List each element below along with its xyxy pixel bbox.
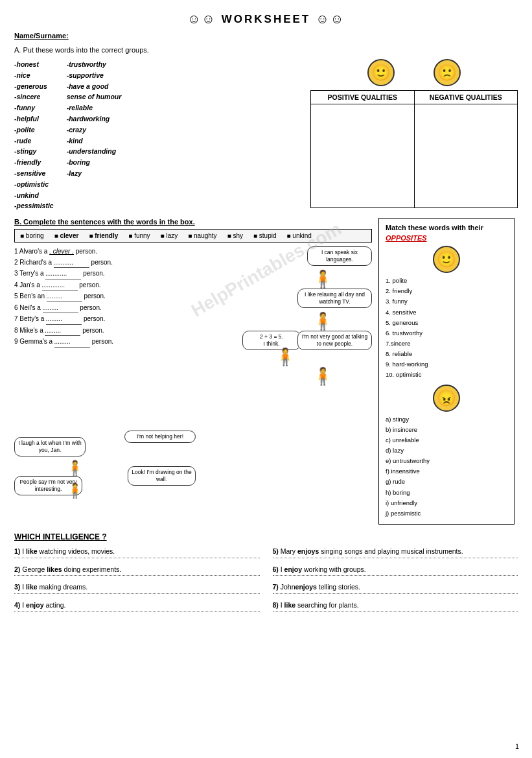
speech-bubble-8: Look! I'm drawing on the wall. xyxy=(128,466,196,486)
sentence-item: 1 Alvaro's a . clever . person. xyxy=(14,246,232,257)
word-item: -honest xyxy=(14,59,54,70)
match-right-answers: a) stingy b) insincere c) unreliable d) … xyxy=(386,414,507,519)
match-word: 1. polite xyxy=(386,276,507,286)
match-smiley: 🙂 xyxy=(433,246,460,273)
word-item: -polite xyxy=(14,124,54,136)
word-item: -unkind xyxy=(14,190,54,201)
word-box-item: ■ funny xyxy=(128,232,150,239)
word-box-item: ■ shy xyxy=(227,232,243,239)
match-word: 2. friendly xyxy=(386,286,507,296)
word-item: -boring xyxy=(67,157,122,168)
intel-item-8: 8) I like searching for plants. xyxy=(273,600,518,615)
intel-item-7: 7) Johnenjoys telling stories. xyxy=(273,582,518,597)
speech-bubble-4: I'm not very good at talking to new peop… xyxy=(297,331,372,350)
match-box-title: Match these words with their xyxy=(386,224,507,231)
word-item: -helpful xyxy=(14,113,54,124)
intel-num: 8) xyxy=(273,601,279,609)
positive-smiley-face: 🙂 xyxy=(367,59,395,86)
speech-bubble-5: I laugh a lot when I'm with you, Jan. xyxy=(14,437,86,456)
word-item: -funny xyxy=(14,102,54,113)
match-opposites-panel: Match these words with their OPPOSITES 🙂… xyxy=(378,218,518,525)
intel-num: 5) xyxy=(273,547,279,555)
sentence-item: 8 Mike's a ......... person. xyxy=(14,326,232,337)
word-box-item: ■ clever xyxy=(54,232,79,239)
match-left-words: 1. polite 2. friendly 3. funny 4. sensit… xyxy=(386,276,507,380)
word-item: -supportive xyxy=(67,70,122,81)
match-box: Match these words with their OPPOSITES 🙂… xyxy=(378,218,515,525)
intel-text: I like searching for plants. xyxy=(281,601,359,609)
match-word: 4. sensitive xyxy=(386,307,507,318)
match-word: 9. hard-working xyxy=(386,359,507,370)
intel-item-3: 3) I like making dreams. xyxy=(14,582,260,597)
intel-num: 1) xyxy=(14,547,20,555)
word-box-item: ■ boring xyxy=(20,232,44,239)
word-item: -lazy xyxy=(67,168,122,179)
intel-num: 4) xyxy=(14,601,20,609)
negative-frowny-face: 🙁 xyxy=(434,59,461,86)
name-label: Name/Surname: xyxy=(14,32,518,40)
intel-num: 3) xyxy=(14,583,20,591)
figure-3: 🧍 xyxy=(275,347,295,367)
word-item: -stingy xyxy=(14,146,54,157)
word-item: -crazy xyxy=(67,124,122,136)
sentence-item: 7 Betty's a ......... person. xyxy=(14,314,232,325)
word-item: -hardworking xyxy=(67,113,122,124)
match-word: 3. funny xyxy=(386,296,507,307)
intel-dotline xyxy=(14,558,260,558)
word-box-row: ■ boring ■ clever ■ friendly ■ funny ■ l… xyxy=(20,232,366,239)
match-answer: e) untrustworthy xyxy=(386,456,507,466)
intelligence-section: WHICH INTELLIGENCE ? 1) I like watching … xyxy=(14,532,518,619)
word-item: -sincere xyxy=(14,91,54,102)
sentence-item: 9 Gemma's a ......... person. xyxy=(14,337,232,348)
intel-item-6: 6) I enjoy working with groups. xyxy=(273,565,518,579)
intel-text: Mary enjoys singing songs and playing mu… xyxy=(281,547,463,555)
positive-qualities-cell xyxy=(311,104,415,208)
intel-dotline xyxy=(273,593,518,594)
page-number: 1 xyxy=(515,742,519,750)
intelligence-title: WHICH INTELLIGENCE ? xyxy=(14,532,518,541)
intel-text: I like watching videos, movies. xyxy=(22,547,115,555)
word-item: -pessimistic xyxy=(14,200,54,211)
illustration-area: I can speak six languages. 🧍 I like rela… xyxy=(236,246,372,428)
speech-bubble-6: I'm not helping her! xyxy=(124,431,196,443)
intel-text: Johnenjoys telling stories. xyxy=(281,583,360,591)
word-item: -understanding xyxy=(67,146,122,157)
intel-dotline xyxy=(14,575,260,576)
sentences-column: 1 Alvaro's a . clever . person. 2 Richar… xyxy=(14,246,232,428)
word-box-item: ■ unkind xyxy=(287,232,312,239)
intelligence-grid: 1) I like watching videos, movies. 5) Ma… xyxy=(14,547,518,619)
figure-7: 🧍 xyxy=(66,482,84,499)
word-item: -sensitive xyxy=(14,168,54,179)
match-frowny: 😠 xyxy=(433,385,460,412)
match-answer: h) boring xyxy=(386,488,507,498)
intel-dotline xyxy=(273,611,518,612)
intel-dotline xyxy=(14,611,260,612)
sentence-item: 5 Ben's an ......... person. xyxy=(14,291,232,302)
match-word: 8. reliable xyxy=(386,349,507,359)
match-answer: g) rude xyxy=(386,477,507,487)
smiley-icon-1: ☺☺ xyxy=(187,12,216,27)
smiley-icon-2: ☺☺ xyxy=(316,12,345,27)
sentence-item: 2 Richard's a ........... person. xyxy=(14,257,232,268)
word-box-item: ■ naughty xyxy=(188,232,216,239)
words-area: -honest -nice -generous -sincere -funny … xyxy=(14,59,304,211)
section-b-title: B. Complete the sentences with the words… xyxy=(14,218,372,226)
words-col-2: -trustworthy -supportive -have a good se… xyxy=(67,59,122,211)
intel-dotline xyxy=(273,558,518,558)
intel-item-2: 2) George likes doing experiments. xyxy=(14,565,260,579)
intel-text: I enjoy acting. xyxy=(22,601,65,609)
word-item: -generous xyxy=(14,81,54,92)
section-b-main: B. Complete the sentences with the words… xyxy=(14,218,372,525)
figure-4: 🧍 xyxy=(312,366,333,386)
page-title: ☺☺ WORKSHEET ☺☺ xyxy=(14,12,518,27)
match-answer: i) unfriendly xyxy=(386,498,507,508)
word-item: -optimistic xyxy=(14,179,54,190)
speech-bubble-1: I can speak six languages. xyxy=(307,246,372,266)
word-item: -rude xyxy=(14,136,54,147)
intel-num: 2) xyxy=(14,565,20,573)
sentence-item: 3 Terry's a ............ person. xyxy=(14,268,232,279)
match-answer: b) insincere xyxy=(386,425,507,435)
qualities-table: POSITIVE QUALITIES NEGATIVE QUALITIES xyxy=(310,90,518,208)
match-word: 6. trustworthy xyxy=(386,328,507,338)
word-item: sense of humour xyxy=(67,91,122,102)
